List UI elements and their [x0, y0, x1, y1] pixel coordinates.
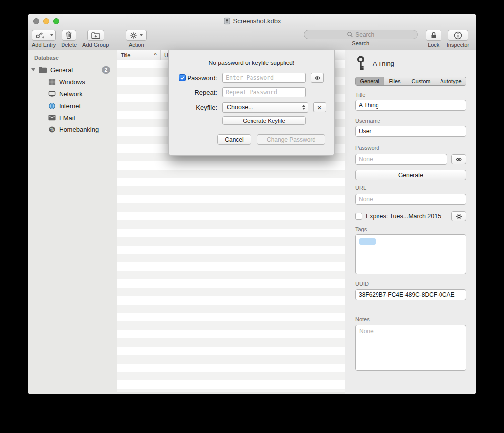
tags-label: Tags [355, 226, 466, 232]
username-field[interactable] [355, 126, 466, 137]
expiry-settings-button[interactable] [451, 211, 466, 221]
eye-icon [314, 75, 321, 81]
title-label: Title [355, 92, 466, 98]
action-group: Action [126, 30, 147, 48]
uuid-label: UUID [355, 281, 466, 287]
url-label: URL [355, 185, 466, 191]
change-password-button[interactable]: Change Password [257, 134, 325, 145]
tags-field[interactable] [355, 234, 466, 274]
sidebar-item-label: Homebanking [59, 126, 117, 133]
table-footer [117, 392, 345, 394]
search-label: Search [352, 40, 369, 46]
add-group-button[interactable] [87, 30, 104, 41]
globe-icon [47, 102, 56, 110]
lock-button[interactable] [426, 30, 441, 41]
close-button[interactable] [33, 18, 39, 24]
gear-icon [456, 213, 462, 220]
title-field[interactable] [355, 100, 466, 111]
folder-plus-icon [91, 32, 100, 39]
tab-files[interactable]: Files [383, 77, 406, 85]
document-icon [223, 17, 231, 25]
disclosure-triangle-icon[interactable] [31, 68, 35, 71]
minimize-button[interactable] [43, 18, 49, 24]
notes-label: Notes [355, 316, 466, 322]
expires-row: Expires: Tues...March 2015 [355, 211, 466, 221]
gear-icon [130, 32, 137, 39]
search-icon [347, 31, 353, 38]
repeat-input[interactable] [222, 87, 306, 97]
lock-group: Lock [426, 30, 441, 48]
lock-label: Lock [428, 42, 439, 48]
action-button[interactable] [126, 30, 147, 41]
password-input[interactable] [222, 73, 306, 83]
percent-coin-icon: % [47, 126, 56, 133]
chevron-down-icon [50, 34, 53, 36]
sidebar-item-internet[interactable]: Internet [28, 100, 117, 112]
close-icon: × [317, 104, 322, 111]
generate-password-button[interactable]: Generate [355, 170, 466, 180]
tab-autotype[interactable]: Autotype [436, 77, 466, 85]
delete-button[interactable] [62, 30, 76, 41]
expires-label: Expires: Tues...March 2015 [366, 213, 448, 220]
inspector-divider [345, 312, 476, 312]
trash-icon [65, 31, 72, 39]
repeat-row: Repeat: [169, 87, 334, 98]
search-input[interactable]: Search [304, 30, 418, 39]
add-entry-group: Add Entry [32, 30, 56, 48]
info-icon [454, 31, 462, 40]
eye-icon [455, 157, 462, 162]
sidebar-item-general[interactable]: General 2 [28, 64, 117, 76]
change-password-dialog: No password or keyfile supplied! Passwor… [168, 50, 335, 156]
inspector-panel: A Thing General Files Custom Autotype Ti… [345, 50, 476, 394]
sidebar: Database General 2 Windows Network [28, 50, 117, 394]
entry-count-badge: 2 [102, 66, 110, 74]
keyfile-select[interactable]: Choose... [222, 102, 308, 113]
macpass-window: Screenshot.kdbx Add Entry Delete Add Gro… [28, 14, 476, 394]
titlebar[interactable]: Screenshot.kdbx [28, 14, 476, 28]
notes-field[interactable] [355, 325, 466, 371]
add-group-label: Add Group [82, 42, 109, 48]
sidebar-item-homebanking[interactable]: % Homebanking [28, 124, 117, 135]
inspector-group: Inspector [447, 30, 469, 48]
reveal-password-button[interactable] [311, 73, 324, 83]
generate-keyfile-button[interactable]: Generate Keyfile [222, 116, 306, 125]
url-field[interactable] [355, 194, 466, 205]
check-icon [180, 75, 185, 81]
sidebar-item-network[interactable]: Network [28, 88, 117, 100]
sidebar-section-header: Database [28, 55, 117, 61]
add-entry-dropdown[interactable] [48, 34, 55, 36]
password-row: Password: [169, 72, 334, 83]
select-stepper-icon [302, 105, 307, 110]
expires-checkbox[interactable] [355, 213, 362, 220]
sidebar-item-label: Network [59, 90, 117, 98]
repeat-label: Repeat: [187, 89, 217, 96]
add-entry-main[interactable] [32, 31, 48, 39]
password-field[interactable] [355, 154, 447, 165]
keyfile-selected-value: Choose... [227, 104, 253, 111]
sidebar-item-windows[interactable]: Windows [28, 76, 117, 88]
zoom-button[interactable] [53, 18, 59, 24]
clear-keyfile-button[interactable]: × [313, 102, 326, 112]
cancel-button[interactable]: Cancel [217, 134, 251, 145]
windows-icon [47, 78, 56, 86]
action-label: Action [129, 42, 144, 48]
password-checkbox[interactable] [179, 74, 186, 81]
keyfile-row: Keyfile: Choose... × [169, 102, 334, 113]
traffic-lights [33, 18, 59, 24]
sidebar-item-label: Windows [59, 78, 117, 86]
sidebar-item-email[interactable]: EMail [28, 112, 117, 124]
tab-general[interactable]: General [356, 77, 383, 85]
tag-chip[interactable] [359, 238, 376, 245]
uuid-field[interactable] [355, 289, 466, 300]
inspector-button[interactable] [448, 30, 468, 41]
sidebar-item-label: EMail [59, 114, 117, 122]
add-entry-button[interactable] [32, 30, 56, 41]
tab-custom[interactable]: Custom [406, 77, 436, 85]
inspector-label: Inspector [447, 42, 469, 48]
lock-icon [430, 31, 438, 39]
sort-ascending-icon: ^ [154, 52, 157, 58]
sidebar-item-label: Internet [59, 102, 117, 110]
column-header-title[interactable]: Title ^ [117, 50, 161, 60]
reveal-password-button[interactable] [451, 154, 466, 164]
search-group: Search Search [304, 30, 418, 46]
